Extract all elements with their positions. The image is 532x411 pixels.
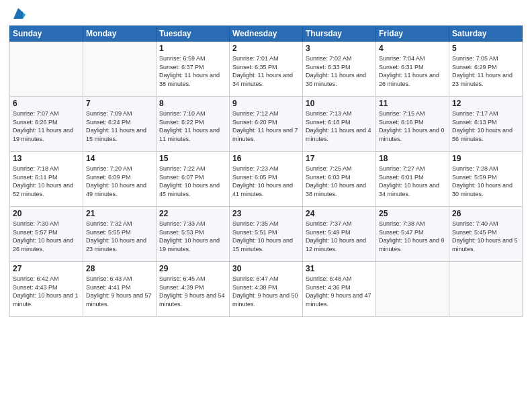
day-number: 19: [452, 154, 519, 163]
day-number: 7: [86, 99, 153, 108]
page: SundayMondayTuesdayWednesdayThursdayFrid…: [0, 0, 532, 411]
calendar-cell: 14Sunrise: 7:20 AM Sunset: 6:09 PM Dayli…: [83, 152, 157, 207]
calendar-cell: 18Sunrise: 7:27 AM Sunset: 6:01 PM Dayli…: [376, 152, 449, 207]
day-info: Sunrise: 6:47 AM Sunset: 4:38 PM Dayligh…: [232, 275, 300, 308]
day-number: 22: [159, 209, 226, 218]
calendar-cell: 21Sunrise: 7:32 AM Sunset: 5:55 PM Dayli…: [83, 207, 157, 262]
calendar-day-header: Wednesday: [230, 26, 303, 42]
day-info: Sunrise: 7:38 AM Sunset: 5:47 PM Dayligh…: [379, 220, 446, 253]
day-number: 16: [232, 154, 300, 163]
day-number: 12: [452, 99, 519, 108]
calendar-cell: 20Sunrise: 7:30 AM Sunset: 5:57 PM Dayli…: [10, 207, 83, 262]
day-number: 14: [86, 154, 153, 163]
calendar-week-row: 27Sunrise: 6:42 AM Sunset: 4:43 PM Dayli…: [10, 262, 523, 317]
calendar-day-header: Tuesday: [157, 26, 230, 42]
day-info: Sunrise: 7:23 AM Sunset: 6:05 PM Dayligh…: [232, 165, 300, 198]
calendar-cell: 19Sunrise: 7:28 AM Sunset: 5:59 PM Dayli…: [449, 152, 523, 207]
calendar-cell: [83, 42, 157, 97]
day-info: Sunrise: 7:12 AM Sunset: 6:20 PM Dayligh…: [232, 109, 300, 143]
calendar-day-header: Saturday: [449, 26, 523, 42]
day-number: 9: [232, 99, 300, 108]
day-number: 6: [13, 99, 80, 108]
calendar-cell: 9Sunrise: 7:12 AM Sunset: 6:20 PM Daylig…: [230, 97, 303, 152]
day-number: 27: [13, 264, 80, 273]
day-info: Sunrise: 7:13 AM Sunset: 6:18 PM Dayligh…: [306, 109, 373, 143]
day-info: Sunrise: 7:22 AM Sunset: 6:07 PM Dayligh…: [159, 165, 226, 198]
calendar-cell: 5Sunrise: 7:05 AM Sunset: 6:29 PM Daylig…: [449, 42, 523, 97]
day-number: 18: [379, 154, 446, 163]
calendar-cell: 27Sunrise: 6:42 AM Sunset: 4:43 PM Dayli…: [10, 262, 83, 317]
day-info: Sunrise: 7:15 AM Sunset: 6:16 PM Dayligh…: [379, 109, 446, 143]
day-info: Sunrise: 7:20 AM Sunset: 6:09 PM Dayligh…: [86, 165, 153, 198]
day-number: 25: [379, 209, 446, 218]
day-info: Sunrise: 7:30 AM Sunset: 5:57 PM Dayligh…: [13, 220, 80, 253]
day-info: Sunrise: 7:18 AM Sunset: 6:11 PM Dayligh…: [13, 165, 80, 198]
calendar-cell: 29Sunrise: 6:45 AM Sunset: 4:39 PM Dayli…: [157, 262, 230, 317]
calendar-week-row: 20Sunrise: 7:30 AM Sunset: 5:57 PM Dayli…: [10, 207, 523, 262]
calendar-cell: 16Sunrise: 7:23 AM Sunset: 6:05 PM Dayli…: [230, 152, 303, 207]
day-info: Sunrise: 6:42 AM Sunset: 4:43 PM Dayligh…: [13, 275, 80, 308]
day-number: 1: [159, 44, 226, 53]
calendar-week-row: 1Sunrise: 6:59 AM Sunset: 6:37 PM Daylig…: [10, 42, 523, 97]
calendar-cell: 3Sunrise: 7:02 AM Sunset: 6:33 PM Daylig…: [303, 42, 376, 97]
calendar-cell: 15Sunrise: 7:22 AM Sunset: 6:07 PM Dayli…: [157, 152, 230, 207]
day-info: Sunrise: 7:10 AM Sunset: 6:22 PM Dayligh…: [159, 109, 226, 143]
day-number: 15: [159, 154, 226, 163]
day-number: 8: [159, 99, 226, 108]
day-info: Sunrise: 7:32 AM Sunset: 5:55 PM Dayligh…: [86, 220, 153, 253]
calendar-cell: 26Sunrise: 7:40 AM Sunset: 5:45 PM Dayli…: [449, 207, 523, 262]
day-info: Sunrise: 7:17 AM Sunset: 6:13 PM Dayligh…: [452, 109, 519, 143]
calendar-cell: 30Sunrise: 6:47 AM Sunset: 4:38 PM Dayli…: [230, 262, 303, 317]
calendar-cell: 31Sunrise: 6:48 AM Sunset: 4:36 PM Dayli…: [303, 262, 376, 317]
calendar-cell: [449, 262, 523, 317]
day-info: Sunrise: 7:09 AM Sunset: 6:24 PM Dayligh…: [86, 109, 153, 143]
calendar-header-row: SundayMondayTuesdayWednesdayThursdayFrid…: [10, 26, 523, 42]
calendar-cell: [376, 262, 449, 317]
day-number: 29: [159, 264, 226, 273]
day-number: 21: [86, 209, 153, 218]
day-info: Sunrise: 6:45 AM Sunset: 4:39 PM Dayligh…: [159, 275, 226, 308]
day-number: 10: [306, 99, 373, 108]
day-info: Sunrise: 6:43 AM Sunset: 4:41 PM Dayligh…: [86, 275, 153, 308]
day-info: Sunrise: 7:33 AM Sunset: 5:53 PM Dayligh…: [159, 220, 226, 253]
day-info: Sunrise: 7:37 AM Sunset: 5:49 PM Dayligh…: [306, 220, 373, 253]
calendar-cell: 6Sunrise: 7:07 AM Sunset: 6:26 PM Daylig…: [10, 97, 83, 152]
day-number: 20: [13, 209, 80, 218]
day-info: Sunrise: 7:07 AM Sunset: 6:26 PM Dayligh…: [13, 109, 80, 143]
day-number: 17: [306, 154, 373, 163]
calendar-week-row: 6Sunrise: 7:07 AM Sunset: 6:26 PM Daylig…: [10, 97, 523, 152]
day-number: 24: [306, 209, 373, 218]
day-info: Sunrise: 7:27 AM Sunset: 6:01 PM Dayligh…: [379, 165, 446, 198]
day-number: 31: [306, 264, 373, 273]
calendar-cell: 28Sunrise: 6:43 AM Sunset: 4:41 PM Dayli…: [83, 262, 157, 317]
calendar-day-header: Friday: [376, 26, 449, 42]
day-info: Sunrise: 6:48 AM Sunset: 4:36 PM Dayligh…: [306, 275, 373, 308]
calendar-day-header: Sunday: [10, 26, 83, 42]
day-info: Sunrise: 7:04 AM Sunset: 6:31 PM Dayligh…: [379, 54, 446, 88]
day-number: 30: [232, 264, 300, 273]
day-number: 2: [232, 44, 300, 53]
calendar-cell: 7Sunrise: 7:09 AM Sunset: 6:24 PM Daylig…: [83, 97, 157, 152]
day-number: 13: [13, 154, 80, 163]
calendar-cell: 2Sunrise: 7:01 AM Sunset: 6:35 PM Daylig…: [230, 42, 303, 97]
calendar-table: SundayMondayTuesdayWednesdayThursdayFrid…: [9, 26, 523, 317]
day-number: 26: [452, 209, 519, 218]
day-number: 28: [86, 264, 153, 273]
day-info: Sunrise: 7:05 AM Sunset: 6:29 PM Dayligh…: [452, 54, 519, 88]
header: [9, 7, 523, 21]
day-number: 23: [232, 209, 300, 218]
calendar-cell: 17Sunrise: 7:25 AM Sunset: 6:03 PM Dayli…: [303, 152, 376, 207]
calendar-cell: [10, 42, 83, 97]
logo-icon: [11, 7, 26, 21]
day-info: Sunrise: 7:01 AM Sunset: 6:35 PM Dayligh…: [232, 54, 300, 88]
calendar-cell: 25Sunrise: 7:38 AM Sunset: 5:47 PM Dayli…: [376, 207, 449, 262]
day-info: Sunrise: 7:35 AM Sunset: 5:51 PM Dayligh…: [232, 220, 300, 253]
calendar-cell: 10Sunrise: 7:13 AM Sunset: 6:18 PM Dayli…: [303, 97, 376, 152]
calendar-cell: 12Sunrise: 7:17 AM Sunset: 6:13 PM Dayli…: [449, 97, 523, 152]
calendar-cell: 8Sunrise: 7:10 AM Sunset: 6:22 PM Daylig…: [157, 97, 230, 152]
svg-marker-0: [13, 8, 23, 19]
calendar-cell: 13Sunrise: 7:18 AM Sunset: 6:11 PM Dayli…: [10, 152, 83, 207]
calendar-cell: 11Sunrise: 7:15 AM Sunset: 6:16 PM Dayli…: [376, 97, 449, 152]
day-info: Sunrise: 7:02 AM Sunset: 6:33 PM Dayligh…: [306, 54, 373, 88]
calendar-day-header: Monday: [83, 26, 157, 42]
